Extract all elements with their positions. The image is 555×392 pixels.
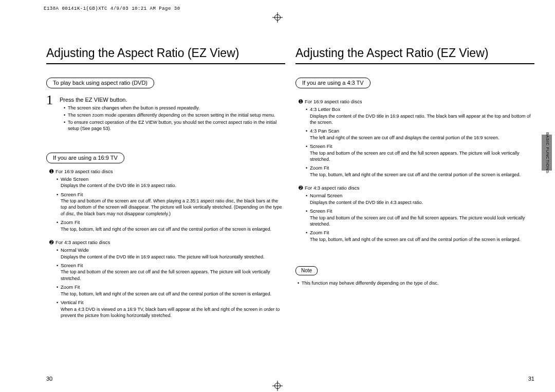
page-right: Adjusting the Aspect Ratio (EZ View) If … xyxy=(290,36,540,382)
mode-item: Wide ScreenDisplays the content of the D… xyxy=(57,176,285,189)
circled-1-icon: ➊ xyxy=(299,99,303,104)
circled-1-icon: ➊ xyxy=(49,169,53,174)
mode-item: Zoom FitThe top, bottom, left and right … xyxy=(306,230,534,242)
group-heading: For 4:3 aspect ratio discs xyxy=(305,185,359,191)
circled-2-icon: ➋ xyxy=(299,185,303,191)
bullet-item: To ensure correct operation of the EZ VI… xyxy=(64,119,285,132)
crop-mark-bottom xyxy=(272,381,283,391)
page-spread: Adjusting the Aspect Ratio (EZ View) To … xyxy=(41,36,540,382)
page-number: 30 xyxy=(46,376,52,382)
disc-group-43: ➋For 4:3 aspect ratio discs Normal WideD… xyxy=(49,239,285,319)
chapter-tab-label: BASIC FUNCTIONS xyxy=(545,132,549,173)
title-rule xyxy=(295,63,534,64)
mode-item: Normal WideDisplays the content of the D… xyxy=(57,247,285,260)
page-left: Adjusting the Aspect Ratio (EZ View) To … xyxy=(41,36,290,382)
mode-item: Screen FitThe top and bottom of the scre… xyxy=(57,263,285,282)
file-header: E138A 00141K-1(GB)XTC 4/9/03 10:21 AM Pa… xyxy=(44,6,180,11)
crop-mark-top xyxy=(272,12,283,23)
section-pill-43tv: If you are using a 4:3 TV xyxy=(295,78,371,88)
section-pill-playback: To play back using aspect ratio (DVD) xyxy=(46,78,154,88)
section-pill-169tv: If you are using a 16:9 TV xyxy=(46,153,124,163)
disc-group-169: ➊For 16:9 aspect ratio discs Wide Screen… xyxy=(49,169,285,232)
mode-item: 4:3 Pan ScanThe left and right of the sc… xyxy=(306,128,534,141)
mode-item: Screen FitThe top and bottom of the scre… xyxy=(306,208,534,227)
step-heading: Press the EZ VIEW button. xyxy=(60,97,285,103)
mode-item: Zoom FitThe top, bottom, left and right … xyxy=(306,165,534,178)
mode-item: 4:3 Letter BoxDisplays the content of th… xyxy=(306,106,534,125)
page-title: Adjusting the Aspect Ratio (EZ View) xyxy=(46,46,285,60)
title-rule xyxy=(46,63,285,64)
step-number: 1 xyxy=(46,94,55,133)
group-heading: For 4:3 aspect ratio discs xyxy=(55,239,110,245)
group-heading: For 16:9 aspect ratio discs xyxy=(55,169,113,174)
mode-item: Screen FitThe top and bottom of the scre… xyxy=(57,192,285,217)
group-heading: For 16:9 aspect ratio discs xyxy=(305,99,362,104)
disc-group-43: ➋For 4:3 aspect ratio discs Normal Scree… xyxy=(299,185,534,242)
mode-item: Zoom FitThe top, bottom, left and right … xyxy=(57,219,285,232)
page-number: 31 xyxy=(528,376,534,382)
chapter-tab: BASIC FUNCTIONS xyxy=(542,135,552,171)
page-title: Adjusting the Aspect Ratio (EZ View) xyxy=(295,46,534,60)
mode-item: Zoom FitThe top, bottom, left and right … xyxy=(57,284,285,297)
step-1: 1 Press the EZ VIEW button. The screen s… xyxy=(46,94,285,133)
mode-item: Vertical FitWhen a 4:3 DVD is viewed on … xyxy=(57,300,285,319)
note-pill: Note xyxy=(295,266,318,275)
circled-2-icon: ➋ xyxy=(49,239,53,245)
bullet-item: The screen zoom mode operates differentl… xyxy=(64,112,285,118)
disc-group-169: ➊For 16:9 aspect ratio discs 4:3 Letter … xyxy=(299,99,534,178)
mode-item: Normal ScreenDisplays the content of the… xyxy=(306,193,534,206)
note-text: This function may behave differently dep… xyxy=(298,281,534,286)
mode-item: Screen FitThe top and bottom of the scre… xyxy=(306,143,534,162)
bullet-item: The screen size changes when the button … xyxy=(64,105,285,111)
